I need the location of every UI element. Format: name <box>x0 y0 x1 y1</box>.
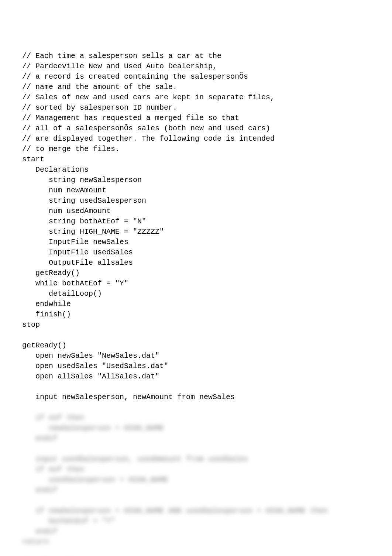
code-blurred-block: if eof then newSalesperson = HIGH_NAME e… <box>22 413 370 556</box>
code-page: // Each time a salesperson sells a car a… <box>0 0 392 556</box>
code-clear-block: // Each time a salesperson sells a car a… <box>22 51 370 402</box>
